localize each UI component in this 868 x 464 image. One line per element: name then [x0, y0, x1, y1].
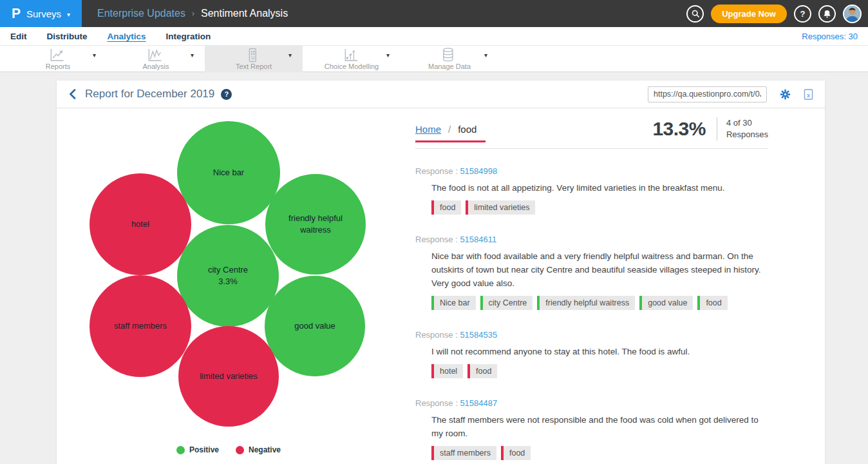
results-header: Home / food 13.3% 4 of 30 Responses: [415, 117, 768, 149]
sentiment-tag-good-value[interactable]: good value: [639, 296, 693, 310]
search-icon: [690, 8, 701, 19]
legend-label: Negative: [249, 445, 281, 454]
sentiment-tag-food[interactable]: food: [467, 364, 497, 378]
help-button[interactable]: ?: [794, 5, 811, 23]
bubble-friendly-helpful-waitress[interactable]: friendly helpful waitress: [265, 174, 366, 275]
breadcrumb-current: Sentiment Analysis: [201, 8, 288, 19]
chevron-down-icon: ▾: [67, 10, 70, 18]
notifications-button[interactable]: [818, 5, 836, 23]
response-text: The food is not at all appetizing. Very …: [431, 182, 768, 195]
positive-dot-icon: [176, 446, 185, 454]
bubble-label: limited varieties: [192, 371, 265, 382]
response-item: Response : 51584998The food is not at al…: [415, 166, 768, 217]
response-item: Response : 51584611Nice bar with food av…: [415, 235, 768, 313]
toolbar-tab-label: Choice Modelling: [303, 63, 401, 70]
toolbar-tab-choice-modelling[interactable]: ▾Choice Modelling: [303, 46, 401, 72]
upgrade-now-button[interactable]: Upgrade Now: [711, 5, 787, 23]
bubble-label: friendly helpful waitress: [265, 213, 366, 236]
response-tags: staff membersfood: [431, 446, 768, 463]
response-id-row: Response : 51584535: [415, 330, 768, 340]
response-id-link[interactable]: 51584487: [460, 398, 497, 408]
subnav-item-integration[interactable]: Integration: [166, 32, 211, 41]
svg-text:x: x: [807, 92, 810, 98]
response-tags: Nice barcity Centrefriendly helpful wait…: [431, 296, 768, 313]
search-button[interactable]: [686, 5, 704, 23]
bubble-value: 3.3%: [208, 276, 248, 287]
chevron-down-icon[interactable]: ▾: [93, 52, 96, 59]
bubble-label: city Centre3.3%: [200, 264, 256, 287]
response-id-link[interactable]: 51584998: [460, 166, 497, 176]
toolbar-tab-label: Text Report: [205, 63, 303, 70]
bubble-staff-members[interactable]: staff members: [90, 275, 191, 377]
chevron-down-icon[interactable]: ▾: [386, 52, 390, 59]
product-label: Surveys: [26, 8, 61, 19]
toolbar-tab-analysis[interactable]: ▾Analysis: [107, 46, 205, 72]
chevron-down-icon[interactable]: ▾: [191, 52, 194, 59]
response-id-link[interactable]: 51584535: [460, 330, 497, 340]
survey-section-tabs: EditDistributeAnalyticsIntegration: [10, 32, 231, 41]
percent-value: 13.3%: [652, 118, 706, 140]
report-help-button[interactable]: ?: [221, 89, 232, 100]
sentiment-tag-staff-members[interactable]: staff members: [431, 446, 496, 460]
response-id-row: Response : 51584487: [415, 398, 768, 408]
gear-icon: [780, 89, 791, 100]
chevron-down-icon[interactable]: ▾: [288, 52, 292, 59]
results-panel: Home / food 13.3% 4 of 30 Responses Resp…: [415, 117, 768, 463]
responses-count: Responses: 30: [802, 32, 858, 41]
bubble-hotel[interactable]: hotel: [90, 173, 191, 275]
share-url-input[interactable]: [648, 86, 767, 102]
bubble-limited-varieties[interactable]: limited varieties: [178, 326, 279, 427]
response-text: The staff members were not responsible a…: [431, 414, 768, 441]
avatar-photo: [844, 6, 860, 22]
legend-label: Positive: [189, 445, 219, 454]
chevron-down-icon[interactable]: ▾: [484, 52, 487, 59]
response-id-row: Response : 51584998: [415, 166, 768, 176]
filter-breadcrumb: Home / food: [415, 124, 486, 142]
response-id-row: Response : 51584611: [415, 235, 768, 244]
legend-item-negative: Negative: [236, 445, 281, 454]
surveys-product-switcher[interactable]: P Surveys ▾: [0, 0, 82, 27]
sentiment-tag-friendly-helpful-waitress[interactable]: friendly helpful waitress: [537, 296, 635, 310]
sentiment-tag-city-centre[interactable]: city Centre: [480, 296, 533, 310]
sentiment-tag-food[interactable]: food: [431, 200, 461, 215]
topbar-actions: Upgrade Now ?: [686, 5, 868, 23]
legend-item-positive: Positive: [176, 445, 219, 454]
back-button[interactable]: [68, 88, 77, 100]
sentiment-tag-limited-varieties[interactable]: limited varieties: [466, 200, 535, 215]
subnav-item-analytics[interactable]: Analytics: [108, 32, 146, 41]
sentiment-tag-nice-bar[interactable]: Nice bar: [431, 296, 476, 310]
bubble-good-value[interactable]: good value: [265, 276, 365, 376]
response-item: Response : 51584487The staff members wer…: [415, 398, 768, 463]
bubble-label: good value: [287, 320, 343, 332]
sentiment-tag-food[interactable]: food: [697, 296, 727, 310]
responses-list: Response : 51584998The food is not at al…: [415, 166, 768, 462]
breadcrumb-current-topic: food: [458, 124, 476, 135]
sentiment-bubble-chart: PositiveNegative Nice barhotelfriendly h…: [57, 108, 415, 464]
toolbar-tab-label: Reports: [9, 63, 107, 70]
user-avatar[interactable]: [843, 5, 862, 23]
subnav-item-distribute[interactable]: Distribute: [47, 32, 88, 41]
toolbar-tab-label: Manage Data: [401, 63, 498, 70]
top-bar: P Surveys ▾ Enterprise Updates › Sentime…: [0, 0, 868, 27]
bubble-city-centre[interactable]: city Centre3.3%: [177, 225, 279, 327]
breadcrumb-home-link[interactable]: Home: [415, 124, 441, 135]
toolbar-tab-reports[interactable]: ▾Reports: [9, 46, 107, 72]
sentiment-tag-hotel[interactable]: hotel: [431, 364, 463, 378]
response-id-link[interactable]: 51584611: [460, 235, 496, 244]
toolbar-tab-text-report[interactable]: ▾Text Report: [205, 46, 303, 72]
excel-file-icon: x: [804, 89, 813, 100]
export-excel-button[interactable]: x: [804, 89, 813, 100]
survey-section-nav: EditDistributeAnalyticsIntegration Respo…: [0, 27, 868, 45]
settings-button[interactable]: [780, 89, 791, 100]
bubble-nice-bar[interactable]: Nice bar: [177, 121, 280, 224]
sentiment-tag-food[interactable]: food: [501, 446, 531, 460]
report-header-actions: x: [648, 86, 813, 102]
results-stats: 13.3% 4 of 30 Responses: [652, 117, 768, 140]
bell-icon: [822, 9, 832, 19]
responses-ratio-line1: 4 of 30: [726, 118, 752, 128]
breadcrumb-parent[interactable]: Enterprise Updates: [97, 8, 185, 19]
subnav-item-edit[interactable]: Edit: [10, 32, 27, 41]
breadcrumb: Enterprise Updates › Sentiment Analysis: [97, 8, 288, 19]
response-text: I will not recommend anyone to stay at t…: [431, 345, 768, 359]
toolbar-tab-manage-data[interactable]: ▾Manage Data: [401, 46, 498, 72]
